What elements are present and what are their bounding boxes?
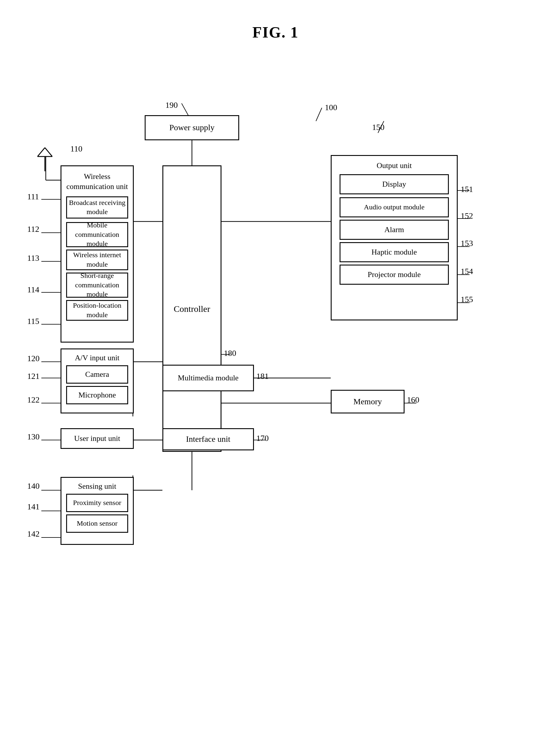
mobile-label: Mobile communication module — [67, 221, 127, 248]
ref-153: 153 — [461, 239, 473, 248]
alarm-box: Alarm — [340, 220, 449, 240]
ref-181: 181 — [256, 371, 269, 381]
page-title: FIG. 1 — [0, 0, 551, 41]
short-range-label: Short-range communication module — [67, 271, 127, 299]
interface-box: Interface unit — [162, 428, 254, 450]
microphone-box: Microphone — [66, 386, 128, 404]
user-input-label: User input unit — [74, 434, 120, 444]
wireless-internet-label: Wireless internet module — [67, 250, 127, 269]
user-input-box: User input unit — [60, 428, 134, 449]
position-label: Position-location module — [67, 301, 127, 319]
ref-130: 130 — [27, 432, 40, 442]
av-input-box: A/V input unit Camera Microphone — [60, 348, 134, 414]
antenna-icon — [36, 142, 54, 171]
proximity-box: Proximity sensor — [66, 494, 128, 512]
motion-label: Motion sensor — [77, 519, 117, 528]
wireless-comm-box: Wireless communication unit Broadcast re… — [60, 165, 134, 342]
motion-box: Motion sensor — [66, 515, 128, 533]
camera-box: Camera — [66, 365, 128, 384]
projector-box: Projector module — [340, 264, 449, 285]
ref-152: 152 — [461, 211, 473, 221]
sensing-label: Sensing unit — [77, 480, 117, 493]
haptic-box: Haptic module — [340, 242, 449, 262]
ref-120: 120 — [27, 354, 40, 363]
mobile-box: Mobile communication module — [66, 222, 128, 247]
output-unit-label: Output unit — [375, 159, 413, 172]
ref-121: 121 — [27, 371, 40, 381]
ref-113: 113 — [27, 253, 39, 263]
ref-110: 110 — [70, 144, 82, 153]
wireless-internet-box: Wireless internet module — [66, 249, 128, 270]
av-input-label: A/V input unit — [73, 352, 120, 364]
ref-112: 112 — [27, 224, 39, 234]
audio-output-label: Audio output module — [364, 202, 424, 212]
ref-155: 155 — [461, 295, 473, 304]
multimedia-label: Multimedia module — [178, 373, 238, 383]
svg-line-50 — [37, 148, 45, 156]
controller-label: Controller — [174, 303, 210, 314]
svg-line-51 — [45, 148, 52, 156]
ref-114: 114 — [27, 285, 39, 294]
svg-line-4 — [316, 108, 322, 121]
wireless-comm-label: Wireless communication unit — [61, 169, 133, 194]
camera-label: Camera — [85, 369, 109, 380]
display-box: Display — [340, 174, 449, 194]
power-supply-box: Power supply — [145, 115, 239, 140]
svg-line-3 — [181, 103, 189, 117]
ref-154: 154 — [461, 267, 473, 276]
ref-170: 170 — [256, 434, 269, 443]
ref-140: 140 — [27, 481, 40, 491]
alarm-label: Alarm — [385, 225, 404, 235]
ref-160: 160 — [407, 395, 419, 405]
ref-180: 180 — [224, 348, 236, 358]
power-supply-label: Power supply — [169, 122, 214, 133]
interface-label: Interface unit — [186, 434, 230, 445]
position-box: Position-location module — [66, 300, 128, 321]
audio-output-box: Audio output module — [340, 197, 449, 217]
proximity-label: Proximity sensor — [73, 498, 121, 507]
ref-150: 150 — [372, 123, 385, 132]
ref-111: 111 — [27, 192, 39, 201]
microphone-label: Microphone — [78, 390, 116, 400]
display-label: Display — [382, 179, 406, 189]
controller-box: Controller — [162, 165, 221, 452]
broadcast-label: Broadcast receiving module — [67, 198, 127, 216]
ref-122: 122 — [27, 395, 40, 405]
ref-190: 190 — [165, 100, 178, 110]
broadcast-box: Broadcast receiving module — [66, 196, 128, 218]
memory-box: Memory — [331, 390, 405, 414]
ref-151: 151 — [461, 184, 473, 194]
short-range-box: Short-range communication module — [66, 272, 128, 298]
ref-115: 115 — [27, 316, 39, 326]
memory-label: Memory — [354, 396, 382, 407]
multimedia-box: Multimedia module — [162, 365, 254, 391]
output-unit-box: Output unit Display Audio output module … — [331, 155, 458, 320]
haptic-label: Haptic module — [372, 247, 417, 257]
projector-label: Projector module — [368, 270, 421, 280]
ref-141: 141 — [27, 502, 40, 512]
sensing-box: Sensing unit Proximity sensor Motion sen… — [60, 477, 134, 545]
ref-142: 142 — [27, 529, 40, 539]
ref-100: 100 — [325, 103, 337, 112]
